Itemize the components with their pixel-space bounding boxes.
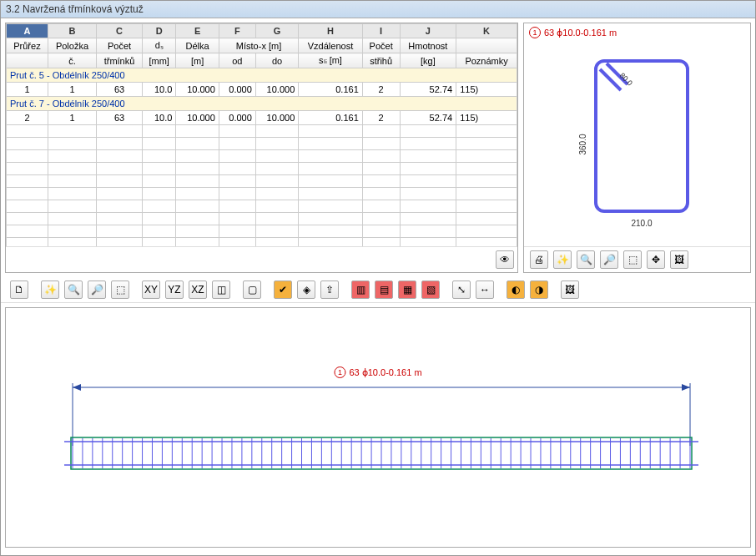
- table-row: [7, 125, 517, 138]
- col-header: Počet: [96, 38, 142, 53]
- cell[interactable]: 10.000: [176, 111, 219, 125]
- cell[interactable]: 63: [96, 111, 142, 125]
- main-toolbar: 🗋 ✨ 🔍 🔎 ⬚ XY YZ XZ ◫ ▢ ✔ ◈ ⇪ ▥ ▤ ▦ ▧ ⤡ ↔…: [1, 277, 755, 303]
- pic-icon[interactable]: 🖼: [670, 250, 688, 269]
- cell[interactable]: 1: [48, 83, 96, 97]
- tb-zoom-icon[interactable]: 🔎: [88, 281, 106, 299]
- cell[interactable]: 10.000: [176, 83, 219, 97]
- col-subheader: do: [255, 53, 298, 68]
- tb-xy-icon[interactable]: XY: [142, 281, 160, 299]
- tb-s2-icon[interactable]: ◑: [530, 281, 548, 299]
- table-row: [7, 188, 517, 200]
- tb-c3-icon[interactable]: ▦: [398, 281, 416, 299]
- stirrup-table[interactable]: ABCDEFGHIJKPrůřezPoložkaPočetdₛDélkaMíst…: [6, 23, 517, 246]
- col-header: Počet: [362, 38, 400, 53]
- col-letter[interactable]: G: [255, 24, 298, 38]
- cell[interactable]: 10.0: [143, 83, 176, 97]
- svg-marker-5: [682, 384, 690, 391]
- col-letter[interactable]: F: [219, 24, 255, 38]
- cell[interactable]: 1: [7, 83, 48, 97]
- cell[interactable]: 63: [96, 83, 142, 97]
- cell[interactable]: 1: [48, 111, 96, 125]
- group-header: Prut č. 7 - Obdélník 250/400: [7, 97, 517, 111]
- svg-marker-4: [73, 384, 81, 391]
- cross-section-pane: 1 63 ɸ10.0-0.161 m 80.0 360.0 210.0 🖨 ✨ …: [523, 23, 751, 273]
- cell[interactable]: 115): [456, 111, 517, 125]
- tb-c4-icon[interactable]: ▧: [421, 281, 440, 299]
- table-row[interactable]: 216310.010.0000.00010.0000.161252.74115): [7, 111, 517, 125]
- cell[interactable]: 10.0: [143, 111, 176, 125]
- col-subheader: střihů: [362, 53, 400, 68]
- tb-c1-icon[interactable]: ▥: [351, 281, 370, 299]
- table-row: [7, 200, 517, 213]
- tb-find-icon[interactable]: 🔍: [64, 281, 83, 299]
- tb-dim-icon[interactable]: ↔: [476, 281, 494, 299]
- print-icon[interactable]: 🖨: [530, 250, 548, 269]
- table-row: [7, 225, 517, 238]
- tb-check-icon[interactable]: ✔: [274, 281, 292, 299]
- zoomout-icon[interactable]: 🔎: [600, 250, 618, 269]
- tb-yz-icon[interactable]: YZ: [165, 281, 184, 299]
- tb-region-icon[interactable]: ⬚: [111, 281, 129, 299]
- cell[interactable]: 0.161: [299, 111, 362, 125]
- cell[interactable]: 10.000: [255, 111, 298, 125]
- col-letter[interactable]: J: [400, 24, 456, 38]
- tb-export-icon[interactable]: ⇪: [320, 281, 339, 299]
- cell[interactable]: 0.000: [219, 111, 255, 125]
- wand-icon[interactable]: ✨: [553, 250, 572, 269]
- cell[interactable]: 0.000: [219, 83, 255, 97]
- window-title: 3.2 Navržená třmínková výztuž: [1, 1, 755, 18]
- col-subheader: sₗᵢ [m]: [299, 53, 362, 68]
- col-letter[interactable]: K: [456, 24, 517, 38]
- cell[interactable]: 2: [362, 83, 400, 97]
- col-letter[interactable]: E: [176, 24, 219, 38]
- cell[interactable]: 52.74: [400, 83, 456, 97]
- tb-wand-icon[interactable]: ✨: [41, 281, 59, 299]
- col-subheader: třmínků: [96, 53, 142, 68]
- tb-xz-icon[interactable]: XZ: [189, 281, 207, 299]
- tb-s1-icon[interactable]: ◐: [507, 281, 525, 299]
- tb-layer-icon[interactable]: ◈: [297, 281, 315, 299]
- table-row[interactable]: 116310.010.0000.00010.0000.161252.74115): [7, 83, 517, 97]
- col-header: Vzdálenost: [299, 38, 362, 53]
- tb-new-icon[interactable]: 🗋: [10, 281, 28, 299]
- tb-axis-icon[interactable]: ⤡: [452, 281, 471, 299]
- col-header: [456, 38, 517, 53]
- cell[interactable]: 0.161: [299, 83, 362, 97]
- tb-img-icon[interactable]: 🖼: [561, 281, 579, 299]
- arrows-icon[interactable]: ✥: [647, 250, 665, 269]
- eye-icon[interactable]: 👁: [496, 250, 514, 269]
- tb-cube-icon[interactable]: ◫: [212, 281, 230, 299]
- height-dim: 360.0: [578, 134, 587, 154]
- col-header: Délka: [176, 38, 219, 53]
- col-letter[interactable]: I: [362, 24, 400, 38]
- col-subheader: [7, 53, 48, 68]
- select-icon[interactable]: ⬚: [623, 250, 642, 269]
- col-letter[interactable]: D: [143, 24, 176, 38]
- section-number: 1: [529, 27, 541, 38]
- cell[interactable]: 2: [362, 111, 400, 125]
- table-row: [7, 163, 517, 175]
- search-icon[interactable]: 🔍: [577, 250, 595, 269]
- col-letter[interactable]: A: [7, 24, 48, 38]
- col-letter[interactable]: C: [96, 24, 142, 38]
- col-subheader: od: [219, 53, 255, 68]
- beam-label: 1 63 ɸ10.0-0.161 m: [334, 366, 421, 378]
- beam-number: 1: [334, 366, 345, 378]
- cell[interactable]: 52.74: [400, 111, 456, 125]
- beam-view-pane: 1 63 ɸ10.0-0.161 m: [5, 307, 751, 548]
- table-row: [7, 175, 517, 188]
- col-letter[interactable]: H: [299, 24, 362, 38]
- cell[interactable]: 10.000: [255, 83, 298, 97]
- cell[interactable]: 2: [7, 111, 48, 125]
- col-subheader: Poznámky: [456, 53, 517, 68]
- cell[interactable]: 115): [456, 83, 517, 97]
- section-label: 1 63 ɸ10.0-0.161 m: [524, 23, 750, 42]
- beam-svg: [6, 308, 740, 542]
- table-row: [7, 138, 517, 150]
- section-text: 63 ɸ10.0-0.161 m: [544, 28, 617, 38]
- tb-box-icon[interactable]: ▢: [243, 281, 261, 299]
- col-letter[interactable]: B: [48, 24, 96, 38]
- width-dim: 210.0: [631, 219, 652, 228]
- tb-c2-icon[interactable]: ▤: [375, 281, 393, 299]
